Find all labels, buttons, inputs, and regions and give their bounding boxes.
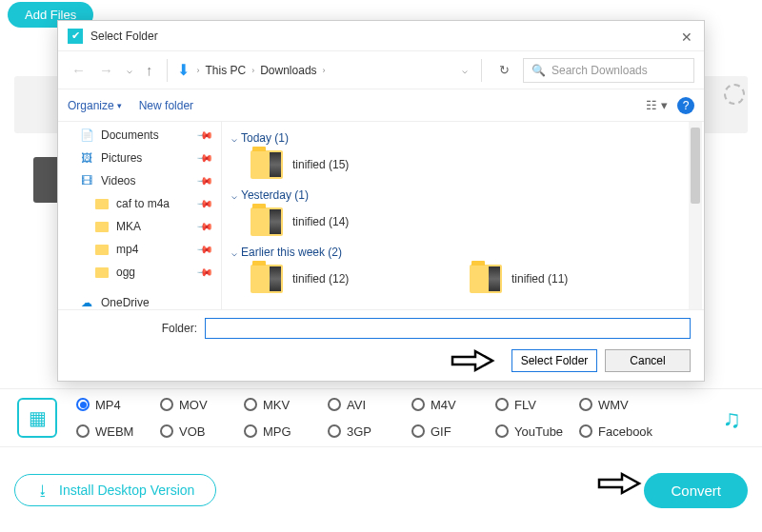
format-option-mkv[interactable]: MKV: [244, 391, 328, 418]
bottom-bar: ⭳ Install Desktop Version Convert: [0, 466, 762, 514]
folder-name-input[interactable]: [205, 318, 691, 339]
annotation-arrow-icon: [597, 471, 643, 496]
music-icon[interactable]: ♫: [723, 404, 742, 434]
sidebar-item-videos[interactable]: 🎞Videos📌: [58, 169, 221, 192]
forward-button[interactable]: →: [95, 60, 117, 80]
refresh-button[interactable]: ↻: [491, 60, 517, 80]
dialog-title: Select Folder: [90, 30, 681, 43]
path-dropdown[interactable]: ⌵: [462, 65, 468, 75]
format-label: MPG: [263, 424, 291, 439]
help-button[interactable]: ?: [677, 97, 694, 114]
back-button[interactable]: ←: [68, 60, 90, 80]
toolbar: Organize ▾ New folder ☷ ▾ ?: [58, 89, 704, 122]
folder-icon: [251, 207, 283, 236]
folder-icon: [251, 265, 283, 293]
format-label: MOV: [179, 398, 208, 412]
select-folder-button[interactable]: Select Folder: [511, 349, 597, 372]
format-option-mpg[interactable]: MPG: [244, 418, 328, 444]
folder-label: tinified (11): [511, 272, 568, 286]
close-icon[interactable]: ✕: [681, 30, 694, 43]
folder-item[interactable]: tinified (15): [251, 150, 441, 179]
format-label: YouTube: [514, 424, 563, 439]
radio-icon: [244, 398, 257, 411]
radio-icon: [495, 424, 509, 438]
format-label: MKV: [263, 398, 290, 412]
sidebar-item-onedrive[interactable]: ☁ OneDrive: [58, 291, 221, 309]
folder-icon: [94, 220, 110, 233]
organize-menu[interactable]: Organize ▾: [68, 99, 122, 112]
radio-icon: [76, 398, 90, 411]
sidebar-item-ogg[interactable]: ogg📌: [58, 261, 221, 284]
app-icon: ✔: [68, 29, 83, 44]
gear-icon[interactable]: [724, 84, 745, 105]
view-options-button[interactable]: ☷ ▾: [646, 98, 668, 112]
sidebar-item-caf-to-m4a[interactable]: caf to m4a📌: [58, 192, 221, 215]
folder-item[interactable]: tinified (11): [470, 265, 660, 293]
crumb-thispc[interactable]: This PC: [202, 62, 251, 79]
scrollbar[interactable]: [689, 122, 702, 309]
chevron-right-icon: ›: [195, 66, 202, 75]
radio-icon: [579, 398, 592, 411]
group-header[interactable]: Earlier this week (2): [231, 246, 694, 259]
format-label: WMV: [598, 398, 629, 412]
radio-icon: [160, 398, 173, 411]
format-option-mov[interactable]: MOV: [160, 391, 244, 418]
sidebar-label: ogg: [116, 266, 135, 279]
folder-item[interactable]: tinified (14): [251, 207, 441, 236]
pin-icon: 📌: [195, 126, 213, 144]
new-folder-button[interactable]: New folder: [139, 99, 193, 112]
scrollbar-thumb[interactable]: [691, 128, 700, 204]
cloud-icon: ☁: [79, 296, 94, 309]
sidebar-label: caf to m4a: [116, 197, 170, 210]
sidebar-item-pictures[interactable]: 🖼Pictures📌: [58, 147, 221, 169]
folder-icon: [251, 150, 283, 179]
cancel-button[interactable]: Cancel: [605, 349, 691, 372]
sidebar-label: Documents: [101, 128, 159, 142]
chevron-down-icon: ▾: [117, 101, 122, 110]
format-label: VOB: [179, 424, 205, 439]
install-label: Install Desktop Version: [59, 483, 194, 498]
folder-view[interactable]: Today (1)tinified (15)Yesterday (1)tinif…: [222, 122, 704, 309]
install-desktop-button[interactable]: ⭳ Install Desktop Version: [14, 474, 216, 506]
crumb-downloads[interactable]: Downloads: [256, 62, 320, 79]
search-input[interactable]: 🔍 Search Downloads: [523, 58, 694, 83]
sidebar-item-mp4[interactable]: mp4📌: [58, 238, 221, 261]
format-option-facebook[interactable]: Facebook: [579, 418, 663, 444]
dialog-titlebar: ✔ Select Folder ✕: [58, 21, 704, 51]
sidebar-item-mka[interactable]: MKA📌: [58, 215, 221, 238]
folder-item[interactable]: tinified (12): [251, 265, 441, 293]
folder-label: tinified (12): [292, 272, 349, 286]
pin-icon: 📌: [195, 148, 213, 167]
sidebar-label: Pictures: [101, 151, 142, 165]
format-option-3gp[interactable]: 3GP: [328, 418, 411, 444]
doc-icon: 📄: [79, 128, 94, 142]
downloads-icon: ⬇: [177, 61, 190, 79]
breadcrumb[interactable]: › This PC › Downloads › ⌵: [195, 62, 472, 79]
format-option-youtube[interactable]: YouTube: [495, 418, 579, 444]
history-dropdown[interactable]: ⌵: [123, 63, 136, 77]
group-header[interactable]: Today (1): [231, 131, 694, 145]
format-option-flv[interactable]: FLV: [495, 391, 579, 418]
group-header[interactable]: Yesterday (1): [231, 188, 694, 202]
video-icon[interactable]: ▦: [17, 398, 57, 438]
up-button[interactable]: ↑: [142, 60, 157, 80]
vid-icon: 🎞: [79, 174, 94, 187]
format-option-mp4[interactable]: MP4: [76, 391, 160, 418]
format-option-m4v[interactable]: M4V: [411, 391, 495, 418]
radio-icon: [160, 424, 173, 438]
format-option-vob[interactable]: VOB: [160, 418, 244, 444]
download-icon: ⭳: [36, 483, 50, 498]
sidebar-label: mp4: [116, 243, 138, 256]
radio-icon: [495, 398, 509, 411]
separator: [167, 59, 168, 82]
format-label: AVI: [347, 398, 366, 412]
format-option-avi[interactable]: AVI: [328, 391, 411, 418]
format-option-webm[interactable]: WEBM: [76, 418, 160, 444]
format-label: Facebook: [598, 424, 652, 439]
search-placeholder: Search Downloads: [551, 64, 648, 77]
sidebar-item-documents[interactable]: 📄Documents📌: [58, 124, 221, 147]
chevron-right-icon: ›: [250, 66, 256, 75]
format-option-gif[interactable]: GIF: [411, 418, 495, 444]
format-option-wmv[interactable]: WMV: [579, 391, 663, 418]
convert-button[interactable]: Convert: [644, 473, 748, 508]
